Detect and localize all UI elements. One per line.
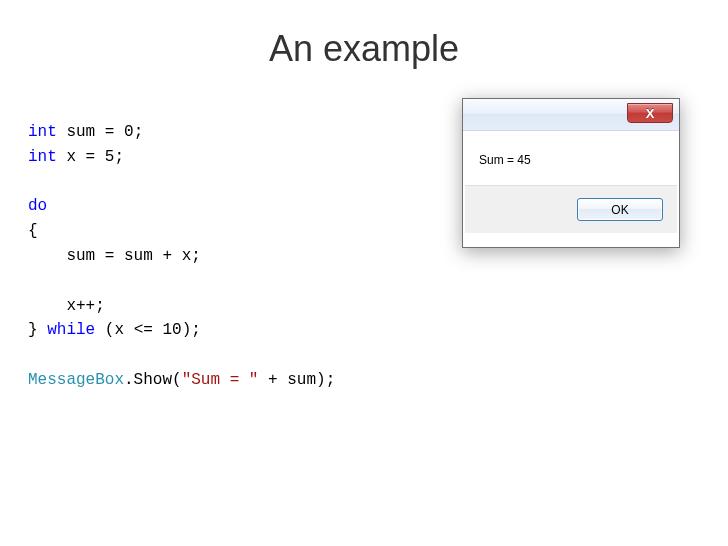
keyword: int: [28, 148, 57, 166]
code-text: + sum);: [258, 371, 335, 389]
code-sample: int sum = 0; int x = 5; do { sum = sum +…: [28, 120, 335, 393]
code-text: (x <= 10);: [95, 321, 201, 339]
keyword: int: [28, 123, 57, 141]
code-text: x = 5;: [57, 148, 124, 166]
dialog-message: Sum = 45: [463, 131, 679, 185]
string-literal: "Sum = ": [182, 371, 259, 389]
slide-title: An example: [0, 28, 728, 70]
code-text: {: [28, 222, 38, 240]
code-text: }: [28, 321, 47, 339]
code-text: sum = sum + x;: [28, 247, 201, 265]
close-button[interactable]: X: [627, 103, 673, 123]
dialog-button-row: OK: [465, 185, 677, 233]
keyword: do: [28, 197, 47, 215]
close-icon: X: [646, 106, 655, 121]
ok-button[interactable]: OK: [577, 198, 663, 221]
code-text: x++;: [28, 297, 105, 315]
message-box-dialog: X Sum = 45 OK: [462, 98, 680, 248]
class-name: MessageBox: [28, 371, 124, 389]
code-text: sum = 0;: [57, 123, 143, 141]
keyword: while: [47, 321, 95, 339]
code-text: .Show(: [124, 371, 182, 389]
dialog-titlebar: X: [463, 99, 679, 131]
